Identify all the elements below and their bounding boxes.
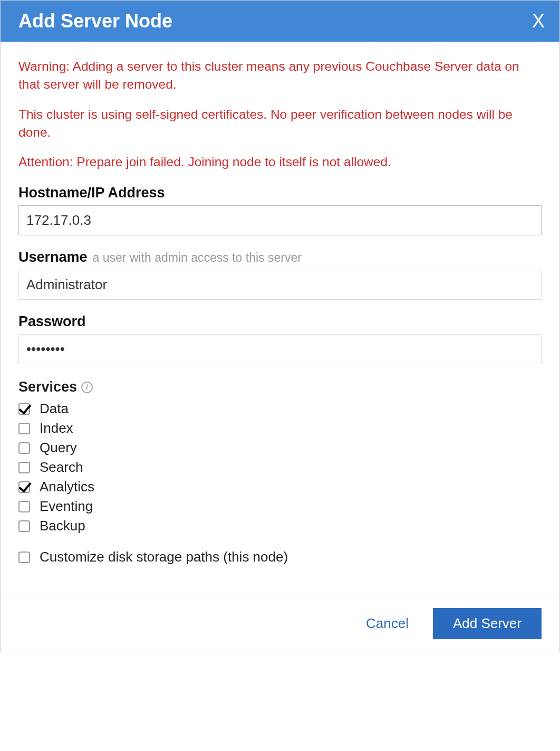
close-icon[interactable]: X: [532, 12, 545, 31]
service-row-eventing: Eventing: [18, 498, 542, 515]
checkbox-query[interactable]: [18, 442, 30, 454]
service-row-analytics: Analytics: [18, 479, 542, 495]
checkbox-customize-paths[interactable]: [18, 552, 30, 563]
checkbox-analytics[interactable]: [18, 481, 30, 493]
username-hint: a user with admin access to this server: [93, 251, 302, 265]
checkbox-search[interactable]: [18, 462, 30, 473]
add-server-button[interactable]: Add Server: [433, 608, 542, 639]
checkbox-backup[interactable]: [18, 520, 30, 532]
service-label-backup: Backup: [40, 518, 85, 534]
dialog-footer: Cancel Add Server: [1, 595, 559, 652]
service-row-search: Search: [18, 459, 542, 476]
service-label-data: Data: [40, 401, 69, 417]
add-server-dialog: Add Server Node X Warning: Adding a serv…: [0, 0, 560, 652]
username-input[interactable]: [18, 270, 542, 300]
hostname-input[interactable]: [18, 205, 542, 235]
username-label: Username: [18, 249, 88, 265]
password-input[interactable]: [18, 334, 542, 364]
customize-label: Customize disk storage paths (this node): [40, 549, 288, 565]
service-label-index: Index: [40, 420, 73, 436]
warning-self-signed: This cluster is using self-signed certif…: [18, 106, 542, 142]
services-label-row: Services i: [18, 379, 542, 395]
hostname-label: Hostname/IP Address: [18, 185, 542, 201]
checkbox-index[interactable]: [18, 423, 30, 434]
username-label-row: Username a user with admin access to thi…: [18, 249, 542, 265]
cancel-button[interactable]: Cancel: [363, 615, 412, 632]
customize-row: Customize disk storage paths (this node): [18, 549, 542, 565]
service-label-search: Search: [40, 459, 83, 476]
password-label: Password: [18, 313, 542, 330]
service-label-query: Query: [40, 440, 77, 456]
warning-data-removed: Warning: Adding a server to this cluster…: [18, 58, 542, 94]
service-label-analytics: Analytics: [40, 479, 94, 495]
service-row-query: Query: [18, 440, 542, 456]
service-row-data: Data: [18, 401, 542, 417]
checkbox-data[interactable]: [18, 403, 30, 415]
checkbox-eventing[interactable]: [18, 501, 30, 512]
warning-join-failed: Attention: Prepare join failed. Joining …: [18, 153, 542, 171]
service-label-eventing: Eventing: [40, 498, 93, 515]
dialog-title: Add Server Node: [18, 10, 172, 32]
services-label: Services: [18, 379, 77, 395]
dialog-body: Warning: Adding a server to this cluster…: [1, 42, 559, 574]
info-icon[interactable]: i: [81, 382, 93, 393]
dialog-header: Add Server Node X: [1, 1, 559, 42]
service-row-backup: Backup: [18, 518, 542, 534]
service-row-index: Index: [18, 420, 542, 436]
